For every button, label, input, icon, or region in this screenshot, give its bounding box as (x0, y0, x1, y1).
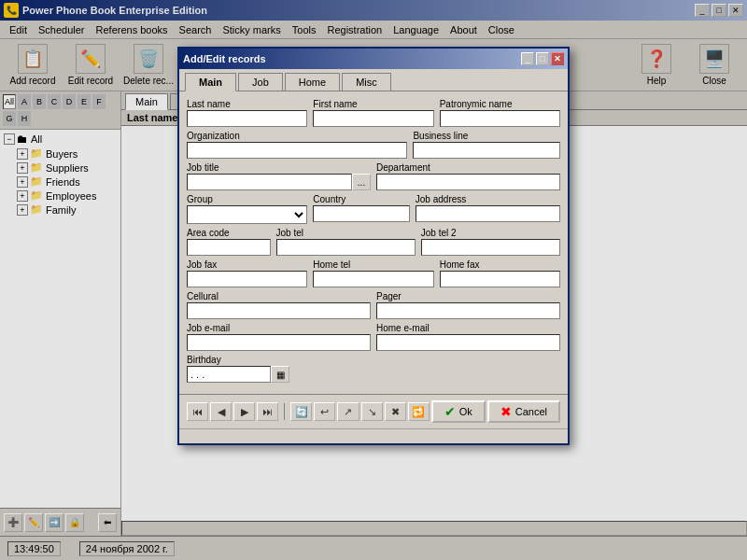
form-group-dept: Departament (376, 162, 560, 190)
input-birthday[interactable] (187, 366, 271, 383)
input-jobemail[interactable] (187, 334, 371, 351)
nav-repeat-button[interactable]: 🔁 (408, 402, 430, 421)
nav-paste-button[interactable]: ↘ (361, 402, 383, 421)
modal-overlay: Add/Edit records _ □ ✕ Main Job Home Mis… (0, 0, 747, 560)
input-jobaddr[interactable] (416, 205, 560, 222)
input-biz[interactable] (413, 142, 560, 159)
calendar-button[interactable]: ▦ (271, 366, 289, 383)
form-group-hometel: Home tel (313, 259, 433, 287)
form-group-org: Organization (187, 131, 407, 159)
modal-bottom-area (179, 428, 568, 443)
input-cellular[interactable] (187, 302, 371, 319)
form-group-lastname: Last name (187, 99, 307, 127)
input-areacode[interactable] (187, 239, 271, 256)
modal-tab-main[interactable]: Main (185, 73, 236, 91)
jobtitle-input-group: ... (187, 174, 371, 190)
modal-tab-bar: Main Job Home Misc (179, 69, 568, 91)
form-row-birthday: Birthday ▦ (187, 355, 560, 383)
modal-close-button[interactable]: ✕ (551, 52, 564, 65)
ok-label: Ok (459, 406, 472, 417)
input-jobfax[interactable] (187, 271, 307, 287)
form-group-firstname: First name (313, 99, 433, 127)
modal-tab-home[interactable]: Home (285, 73, 340, 91)
form-group-biz: Business line (413, 131, 560, 159)
birthday-input-group: ▦ (187, 366, 289, 383)
nav-sep-1 (284, 403, 285, 420)
form-row-emails: Job e-mail Home e-mail (187, 323, 560, 351)
modal-minimize-button[interactable]: _ (521, 52, 534, 65)
form-group-jobtel: Job tel (276, 228, 416, 256)
input-homeemail[interactable] (376, 334, 560, 351)
form-group-country: Country (313, 194, 409, 222)
label-homeemail: Home e-mail (376, 323, 560, 333)
modal-form: Last name First name Patronymic name Org… (179, 91, 568, 394)
nav-copy-button[interactable]: ↗ (337, 402, 359, 421)
cancel-icon: ✖ (500, 404, 512, 419)
modal-maximize-button[interactable]: □ (536, 52, 549, 65)
label-cellular: Cellural (187, 291, 371, 301)
form-group-group: Group (187, 194, 307, 224)
label-jobtel: Job tel (276, 228, 416, 238)
nav-refresh-button[interactable]: 🔄 (290, 402, 312, 421)
nav-prev-button[interactable]: ◀ (210, 402, 232, 421)
jobtitle-ellipsis-button[interactable]: ... (352, 174, 371, 190)
label-jobfax: Job fax (187, 259, 307, 270)
label-areacode: Area code (187, 228, 271, 238)
ok-icon: ✔ (444, 404, 456, 419)
label-hometel: Home tel (313, 259, 433, 270)
form-row-org: Organization Business line (187, 131, 560, 159)
label-lastname: Last name (187, 99, 307, 109)
nav-next-button[interactable]: ▶ (233, 402, 255, 421)
form-group-jobfax: Job fax (187, 259, 307, 287)
modal-nav-bar: ⏮ ◀ ▶ ⏭ 🔄 ↩ ↗ ↘ ✖ 🔁 ✔ Ok ✖ Cancel (179, 394, 568, 428)
input-firstname[interactable] (313, 110, 433, 127)
nav-last-button[interactable]: ⏭ (257, 402, 278, 421)
form-row-fax-hometel: Job fax Home tel Home fax (187, 259, 560, 287)
modal-tab-misc[interactable]: Misc (342, 73, 391, 91)
cancel-button[interactable]: ✖ Cancel (487, 400, 560, 423)
input-homefax[interactable] (440, 271, 560, 287)
form-group-pager: Pager (376, 291, 560, 319)
input-jobtitle[interactable] (187, 174, 352, 190)
input-pager[interactable] (376, 302, 560, 319)
label-patronymic: Patronymic name (440, 99, 560, 109)
form-group-jobemail: Job e-mail (187, 323, 371, 351)
input-country[interactable] (313, 205, 409, 222)
input-jobtel2[interactable] (421, 239, 560, 256)
form-group-jobtitle: Job title ... (187, 162, 371, 190)
nav-delete-button[interactable]: ✖ (385, 402, 406, 421)
cancel-label: Cancel (515, 406, 547, 417)
label-biz: Business line (413, 131, 560, 141)
form-group-patronymic: Patronymic name (440, 99, 560, 127)
label-firstname: First name (313, 99, 433, 109)
modal-title: Add/Edit records (183, 53, 519, 64)
label-pager: Pager (376, 291, 560, 301)
form-group-homefax: Home fax (440, 259, 560, 287)
label-homefax: Home fax (440, 259, 560, 270)
form-group-homeemail: Home e-mail (376, 323, 560, 351)
input-patronymic[interactable] (440, 110, 560, 127)
form-group-areacode: Area code (187, 228, 271, 256)
form-group-jobaddr: Job address (416, 194, 560, 222)
input-dept[interactable] (376, 174, 560, 190)
modal-title-bar: Add/Edit records _ □ ✕ (179, 49, 568, 69)
input-org[interactable] (187, 142, 407, 159)
select-group[interactable] (187, 205, 307, 224)
input-lastname[interactable] (187, 110, 307, 127)
label-jobtitle: Job title (187, 162, 371, 173)
input-hometel[interactable] (313, 271, 433, 287)
modal-tab-job[interactable]: Job (238, 73, 283, 91)
label-country: Country (313, 194, 409, 204)
nav-undo-button[interactable]: ↩ (314, 402, 335, 421)
nav-first-button[interactable]: ⏮ (187, 402, 208, 421)
label-jobaddr: Job address (416, 194, 560, 204)
label-org: Organization (187, 131, 407, 141)
modal-add-edit: Add/Edit records _ □ ✕ Main Job Home Mis… (177, 47, 570, 445)
input-jobtel[interactable] (276, 239, 416, 256)
label-dept: Departament (376, 162, 560, 173)
label-group: Group (187, 194, 307, 204)
label-jobemail: Job e-mail (187, 323, 371, 333)
ok-button[interactable]: ✔ Ok (431, 400, 486, 423)
form-group-birthday: Birthday ▦ (187, 355, 289, 383)
form-row-cellular: Cellural Pager (187, 291, 560, 319)
